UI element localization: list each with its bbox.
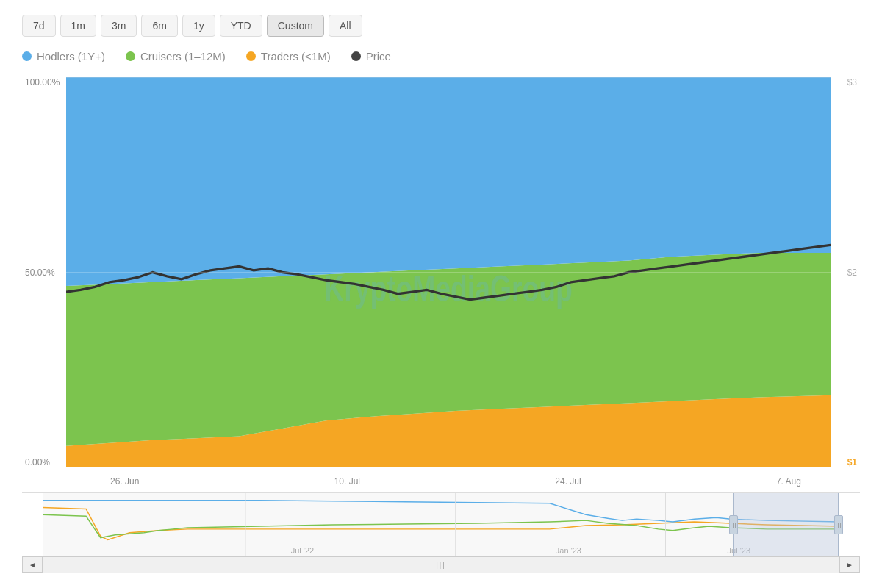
mini-x-label-2: Jan '23 — [556, 546, 581, 555]
svg-marker-2 — [66, 77, 831, 286]
hodlers-label: Hodlers (1Y+) — [37, 50, 105, 62]
btn-6m[interactable]: 6m — [141, 15, 177, 37]
mini-handle-left[interactable]: ||| — [729, 515, 738, 534]
x-axis: 26. Jun 10. Jul 24. Jul 7. Aug — [66, 473, 831, 490]
legend-cruisers: Cruisers (1–12M) — [126, 50, 226, 62]
x-label-4: 7. Aug — [776, 476, 801, 487]
cruisers-label: Cruisers (1–12M) — [140, 50, 226, 62]
price-dot — [351, 51, 361, 61]
mini-x-axis: Jul '22 Jan '23 Jul '23 — [43, 546, 839, 555]
main-container: 7d 1m 3m 6m 1y YTD Custom All Hodlers (1… — [0, 0, 882, 588]
x-label-1: 26. Jun — [110, 476, 139, 487]
cruisers-dot — [126, 51, 135, 61]
chart-legend: Hodlers (1Y+) Cruisers (1–12M) Traders (… — [22, 50, 860, 62]
traders-label: Traders (<1M) — [261, 50, 331, 62]
mini-chart-container: Jul '22 Jan '23 Jul '23 ||| ||| ||| ◄ ► — [22, 492, 860, 573]
y-label-price-1: $1 — [847, 457, 857, 467]
chart-watermark: KryptoMediaGroup — [324, 268, 573, 309]
y-label-0: 0.00% — [25, 457, 63, 467]
mini-selection-range: ||| ||| — [733, 493, 839, 556]
y-label-price-2: $2 — [847, 268, 857, 278]
btn-ytd[interactable]: YTD — [220, 15, 262, 37]
y-axis-left: 100.00% 50.00% 0.00% — [22, 77, 66, 467]
btn-1m[interactable]: 1m — [60, 15, 96, 37]
x-label-2: 10. Jul — [334, 476, 360, 487]
scroll-left-button[interactable]: ◄ — [22, 556, 43, 573]
hodlers-dot — [22, 51, 32, 61]
btn-all[interactable]: All — [329, 15, 362, 37]
price-label: Price — [366, 50, 391, 62]
main-chart-svg: KryptoMediaGroup — [66, 77, 831, 467]
btn-3m[interactable]: 3m — [101, 15, 137, 37]
traders-dot — [246, 51, 256, 61]
main-chart-container: 100.00% 50.00% 0.00% $3 $2 $1 — [22, 77, 860, 490]
mini-x-label-1: Jul '22 — [291, 546, 314, 555]
legend-price: Price — [351, 50, 391, 62]
mini-handle-right[interactable]: ||| — [834, 515, 843, 534]
time-range-selector: 7d 1m 3m 6m 1y YTD Custom All — [22, 15, 860, 37]
scroll-right-button[interactable]: ► — [839, 556, 860, 573]
btn-7d[interactable]: 7d — [22, 15, 56, 37]
btn-custom[interactable]: Custom — [267, 15, 324, 37]
legend-traders: Traders (<1M) — [246, 50, 331, 62]
y-axis-right: $3 $2 $1 — [831, 77, 860, 467]
mini-scrollbar[interactable]: ||| — [43, 556, 839, 573]
chart-wrapper: 100.00% 50.00% 0.00% $3 $2 $1 — [22, 77, 860, 573]
y-label-50: 50.00% — [25, 268, 63, 278]
scrollbar-handle: ||| — [436, 562, 445, 569]
legend-hodlers: Hodlers (1Y+) — [22, 50, 105, 62]
y-label-price-3: $3 — [847, 77, 857, 87]
y-label-100: 100.00% — [25, 77, 63, 87]
btn-1y[interactable]: 1y — [182, 15, 215, 37]
x-label-3: 24. Jul — [555, 476, 581, 487]
